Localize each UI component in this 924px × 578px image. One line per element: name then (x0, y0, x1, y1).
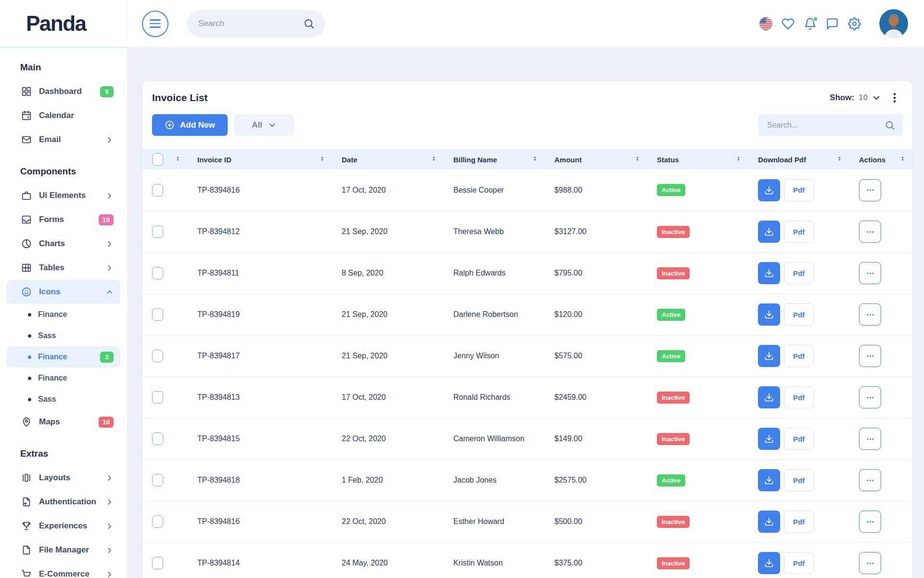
column-header-status[interactable]: Status (647, 149, 748, 170)
row-actions-button[interactable] (859, 386, 881, 408)
sidebar-item-charts[interactable]: Charts (7, 232, 120, 256)
download-button[interactable] (758, 262, 780, 284)
sidebar-item-forms[interactable]: Forms10 (7, 208, 120, 232)
status-cell: Inactive (647, 418, 748, 460)
pdf-button[interactable]: Pdf (784, 345, 814, 367)
row-checkbox[interactable] (152, 433, 163, 445)
pdf-button[interactable]: Pdf (784, 552, 814, 574)
download-buttons: Pdf (758, 552, 843, 574)
row-checkbox[interactable] (152, 557, 163, 569)
user-avatar[interactable] (879, 9, 908, 38)
download-button[interactable] (758, 303, 780, 326)
pdf-button[interactable]: Pdf (784, 469, 814, 491)
row-actions-button[interactable] (859, 221, 881, 243)
column-header-download-pdf[interactable]: Download Pdf (748, 149, 849, 170)
pdf-button[interactable]: Pdf (784, 511, 814, 533)
column-header-billing-name[interactable]: Billing Name (444, 149, 545, 170)
sidebar-item-file-manager[interactable]: File Manager (7, 538, 120, 562)
column-header-amount[interactable]: Amount (545, 149, 647, 170)
sidebar-item-dashboard[interactable]: Dashboard5 (7, 79, 120, 104)
column-header-actions[interactable]: Actions (849, 149, 912, 170)
table-row: TP-839481522 Oct, 2020Cameron Williamson… (142, 418, 912, 460)
download-cell: Pdf (748, 418, 849, 460)
row-checkbox[interactable] (152, 350, 163, 362)
download-button[interactable] (758, 511, 780, 533)
pdf-button[interactable]: Pdf (784, 386, 814, 408)
sort-icon[interactable] (431, 156, 437, 164)
sidebar-section-title-components: Components (0, 152, 127, 184)
card-menu-button[interactable] (888, 92, 901, 104)
pdf-button[interactable]: Pdf (784, 221, 814, 243)
billing-name-cell: Kristin Watson (444, 542, 545, 578)
row-checkbox[interactable] (152, 184, 163, 197)
download-button[interactable] (758, 552, 780, 574)
table-search-input[interactable] (766, 120, 885, 130)
download-button[interactable] (758, 221, 780, 243)
bell-button[interactable] (804, 17, 817, 30)
pie-icon (21, 238, 32, 249)
row-checkbox[interactable] (152, 267, 163, 279)
sidebar-item-ui-elements[interactable]: Ui Elements (7, 184, 120, 208)
row-checkbox[interactable] (152, 225, 163, 238)
column-header-invoice-id[interactable]: Invoice ID (188, 149, 332, 170)
row-checkbox[interactable] (152, 515, 163, 528)
row-actions-button[interactable] (859, 179, 881, 201)
row-actions-button[interactable] (859, 303, 881, 326)
row-actions-button[interactable] (859, 552, 881, 574)
sidebar-subitem-finance[interactable]: Finance2 (7, 346, 120, 368)
sidebar-item-email[interactable]: Email (7, 128, 120, 152)
sidebar-subitem-finance[interactable]: Finance (7, 304, 120, 325)
menu-toggle-button[interactable] (142, 11, 168, 37)
row-actions-button[interactable] (859, 262, 881, 284)
sidebar-item-icons[interactable]: Icons (7, 280, 120, 304)
download-button[interactable] (758, 179, 780, 201)
show-count-dropdown[interactable]: Show: 10 (830, 93, 881, 103)
heart-button[interactable] (782, 17, 795, 30)
sort-icon[interactable] (319, 156, 325, 164)
invoice-id-cell: TP-8394813 (188, 377, 332, 418)
sidebar-item-experiences[interactable]: Experiences (7, 514, 120, 538)
flag-button[interactable] (759, 17, 772, 30)
message-button[interactable] (826, 17, 839, 30)
row-actions-button[interactable] (859, 469, 881, 491)
card-title: Invoice List (152, 92, 208, 104)
sort-icon[interactable] (735, 156, 742, 164)
pdf-button[interactable]: Pdf (784, 179, 814, 201)
sidebar-item-authentication[interactable]: Authentication (7, 490, 120, 514)
pdf-button[interactable]: Pdf (784, 428, 814, 450)
download-button[interactable] (758, 428, 780, 450)
sort-icon[interactable] (175, 156, 181, 164)
sidebar-subitem-finance[interactable]: Finance (7, 368, 120, 389)
sort-icon[interactable] (634, 156, 641, 164)
download-button[interactable] (758, 345, 780, 367)
column-label: Status (657, 156, 679, 164)
select-all-checkbox[interactable] (152, 153, 163, 166)
sidebar-item-calendar[interactable]: Calendar (7, 104, 120, 128)
row-actions-button[interactable] (859, 511, 881, 533)
pdf-button[interactable]: Pdf (784, 262, 814, 284)
sort-icon[interactable] (532, 156, 538, 164)
row-checkbox[interactable] (152, 391, 163, 404)
app-logo[interactable]: Panda (0, 0, 127, 48)
download-icon (764, 434, 774, 444)
sidebar-subitem-sass[interactable]: Sass (7, 389, 120, 410)
row-actions-button[interactable] (859, 428, 881, 450)
sidebar-subitem-sass[interactable]: Sass (7, 325, 120, 346)
sidebar-item-layouts[interactable]: Layouts (7, 466, 120, 490)
sidebar-item-e-commerce[interactable]: E-Commerce (7, 562, 120, 578)
column-header-date[interactable]: Date (332, 149, 444, 170)
gear-button[interactable] (848, 17, 861, 30)
sidebar-item-tables[interactable]: Tables (7, 256, 120, 280)
sort-icon[interactable] (899, 156, 906, 164)
sort-icon[interactable] (836, 156, 843, 164)
row-actions-button[interactable] (859, 345, 881, 367)
row-checkbox[interactable] (152, 308, 163, 321)
filter-dropdown[interactable]: All (234, 114, 294, 136)
row-checkbox[interactable] (152, 474, 163, 486)
download-button[interactable] (758, 386, 780, 408)
global-search-input[interactable] (197, 18, 303, 29)
download-button[interactable] (758, 469, 780, 491)
add-new-button[interactable]: Add New (152, 114, 228, 136)
pdf-button[interactable]: Pdf (784, 303, 814, 326)
sidebar-item-maps[interactable]: Maps10 (7, 410, 120, 434)
